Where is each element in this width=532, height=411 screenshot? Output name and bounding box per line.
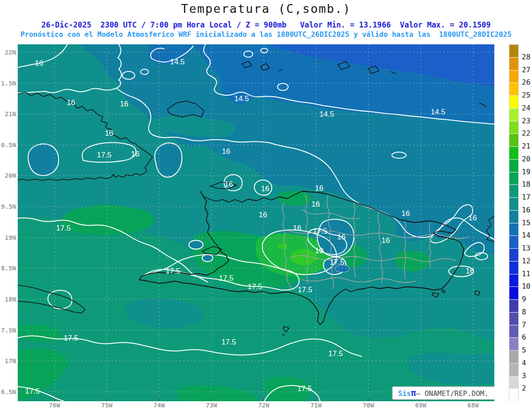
colorbar-label: 26 — [522, 78, 532, 86]
lat-tick — [14, 145, 16, 145]
contour-label-16: 16 — [382, 236, 390, 245]
contour-label-16: 16 — [67, 98, 75, 107]
contour-label-16: 16 — [105, 129, 113, 137]
contour-label-16: 16 — [35, 59, 43, 67]
colorbar-segment — [509, 376, 518, 389]
lon-label: 70W — [356, 402, 381, 409]
colorbar — [509, 44, 519, 401]
lat-tick — [14, 52, 16, 53]
colorbar-label: 17 — [522, 193, 532, 201]
colorbar-label: 6 — [522, 333, 532, 341]
contour-label-17.5: 17.5 — [63, 334, 78, 342]
contour-label-16: 16 — [402, 209, 410, 218]
contour-label-17.5: 17.5 — [313, 227, 327, 235]
forecast-map: 14.514.514.514.5161616161616161616161616… — [18, 44, 494, 401]
contour-label-16: 16 — [120, 100, 129, 108]
credit-logo: Sisπ– ONAMET/REP.DOM. — [392, 387, 494, 399]
colorbar-label: 11 — [522, 270, 532, 278]
lat-tick — [14, 360, 16, 361]
logo-org: – ONAMET/REP.DOM. — [416, 389, 489, 398]
svg-text:Sisπ– ONAMET/REP.DOM.: Sisπ– ONAMET/REP.DOM. — [398, 388, 489, 398]
weather-map-page: Temperatura (C,somb.) 26-Dic-2025 2300 U… — [0, 0, 532, 411]
contour-label-16: 16 — [259, 211, 267, 219]
colorbar-label: 22 — [522, 129, 532, 137]
contour-label-17.5: 17.5 — [329, 258, 344, 266]
colorbar-segment — [509, 249, 518, 262]
contour-label-16: 16 — [337, 233, 346, 241]
colorbar-segment — [509, 70, 518, 83]
lat-tick — [14, 237, 16, 238]
colorbar-segment — [509, 262, 518, 274]
lat-tick — [14, 330, 16, 331]
colorbar-segment — [509, 160, 518, 172]
lon-label: 74W — [147, 402, 172, 409]
colorbar-label: 7 — [522, 321, 532, 329]
lon-label: 72W — [251, 402, 276, 409]
colorbar-label: 3 — [522, 372, 532, 380]
colorbar-label: 9 — [522, 295, 532, 303]
colorbar-segment — [509, 351, 518, 364]
contour-label-16: 16 — [261, 184, 270, 193]
colorbar-label: 24 — [522, 104, 532, 112]
contour-label-16: 16 — [131, 150, 140, 158]
colorbar-segment — [509, 274, 518, 287]
lon-label: 75W — [94, 402, 119, 409]
colorbar-segment — [509, 172, 518, 185]
colorbar-segment — [509, 313, 518, 325]
colorbar-label: 2 — [522, 384, 532, 392]
colorbar-label: 27 — [522, 66, 532, 74]
contour-label-16: 16 — [222, 147, 231, 156]
colorbar-segment — [509, 236, 518, 249]
model-init-line: Pronóstico con el Modelo Atmosferico WRF… — [0, 30, 532, 39]
contour-label-14.5: 14.5 — [234, 94, 249, 103]
colorbar-segment — [509, 325, 518, 338]
lat-tick — [14, 175, 16, 176]
contour-label-17.5: 17.5 — [219, 274, 233, 282]
lat-tick — [14, 391, 16, 392]
valid-time-line: 26-Dic-2025 2300 UTC / 7:00 pm Hora Loca… — [0, 20, 532, 29]
colorbar-label: 25 — [522, 91, 532, 99]
lon-label: 73W — [199, 402, 224, 409]
contour-label-17.5: 17.5 — [97, 151, 111, 159]
page-title: Temperatura (C,somb.) — [0, 2, 532, 16]
colorbar-label: 8 — [522, 308, 532, 316]
colorbar-segment — [509, 134, 518, 147]
colorbar-label: 16 — [522, 206, 532, 214]
lon-label: 76W — [42, 402, 67, 409]
colorbar-segment — [509, 45, 518, 58]
colorbar-label: 15 — [522, 219, 532, 227]
colorbar-segment — [509, 287, 518, 300]
contour-label-16: 16 — [225, 180, 233, 188]
colorbar-segment — [509, 121, 518, 134]
colorbar-label: 4 — [522, 359, 532, 367]
colorbar-label: 10 — [522, 282, 532, 290]
lat-tick — [14, 206, 16, 207]
contour-label-16: 16 — [293, 224, 301, 232]
colorbar-segment — [509, 58, 518, 70]
contour-label-17.5: 17.5 — [56, 224, 70, 232]
colorbar-segment — [509, 338, 518, 351]
contour-label-17.5: 17.5 — [25, 387, 39, 395]
colorbar-label: 13 — [522, 244, 532, 252]
colorbar-segment — [509, 83, 518, 96]
lat-tick — [14, 299, 16, 300]
contour-label-17.5: 17.5 — [297, 286, 312, 294]
contour-label-17.5: 17.5 — [328, 349, 343, 358]
contour-label-17.5: 17.5 — [221, 338, 236, 346]
contour-label-17.5: 17.5 — [247, 282, 262, 291]
lat-tick — [14, 268, 16, 269]
lon-label: 69W — [408, 402, 433, 409]
colorbar-label: 18 — [522, 180, 532, 188]
contour-label-16: 16 — [466, 267, 474, 275]
colorbar-label: 20 — [522, 155, 532, 163]
lon-label: 68W — [461, 402, 485, 409]
contour-label-17.5: 17.5 — [165, 267, 180, 275]
colorbar-label: 28 — [522, 53, 532, 61]
colorbar-label: 12 — [522, 257, 532, 265]
colorbar-label: 5 — [522, 346, 532, 354]
colorbar-label: 21 — [522, 142, 532, 150]
lat-tick — [14, 114, 16, 114]
contour-label-14.5: 14.5 — [319, 110, 334, 118]
colorbar-segment — [509, 185, 518, 198]
colorbar-label: 14 — [522, 231, 532, 239]
